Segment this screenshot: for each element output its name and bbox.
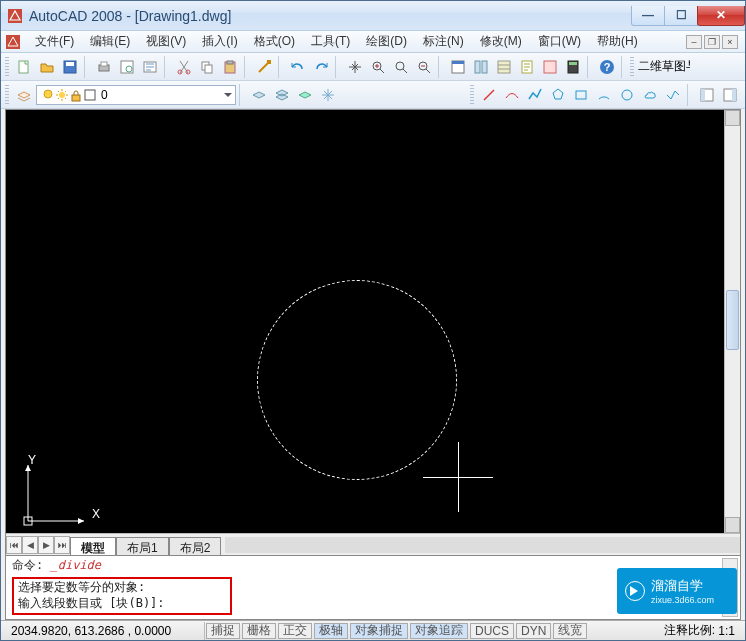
mdi-close-button[interactable]: × [722, 35, 738, 49]
polyline-button[interactable] [524, 84, 546, 106]
zoom-window-button[interactable] [390, 56, 412, 78]
menu-dimension[interactable]: 标注(N) [415, 31, 472, 52]
arc-button[interactable] [593, 84, 615, 106]
new-button[interactable] [13, 56, 35, 78]
plot-preview-button[interactable] [116, 56, 138, 78]
toggle-dyn[interactable]: DYN [516, 623, 551, 639]
toggle-otrack[interactable]: 对象追踪 [410, 623, 468, 639]
layer-previous-button[interactable] [248, 84, 270, 106]
document-icon [5, 34, 21, 50]
menu-tools[interactable]: 工具(T) [303, 31, 358, 52]
layer-freeze-button[interactable] [317, 84, 339, 106]
svg-rect-15 [227, 61, 233, 64]
menu-modify[interactable]: 修改(M) [472, 31, 530, 52]
toggle-grid[interactable]: 栅格 [242, 623, 276, 639]
redo-button[interactable] [310, 56, 332, 78]
tab-last-button[interactable]: ⏭ [54, 536, 70, 554]
svg-rect-22 [475, 61, 480, 73]
menu-edit[interactable]: 编辑(E) [82, 31, 138, 52]
svg-text:?: ? [604, 61, 611, 73]
svg-point-18 [396, 62, 404, 70]
prompt-segments: 输入线段数目或 [块(B)]: [18, 595, 226, 611]
circle-button[interactable] [616, 84, 638, 106]
open-button[interactable] [36, 56, 58, 78]
properties-button[interactable] [447, 56, 469, 78]
maximize-button[interactable]: ☐ [664, 6, 698, 26]
tab-model[interactable]: 模型 [70, 537, 116, 555]
paste-button[interactable] [219, 56, 241, 78]
scroll-down-button[interactable] [725, 517, 740, 533]
watermark-brand: 溜溜自学 [651, 577, 714, 595]
cut-button[interactable] [173, 56, 195, 78]
menu-file[interactable]: 文件(F) [27, 31, 82, 52]
pan-button[interactable] [344, 56, 366, 78]
calculator-button[interactable] [562, 56, 584, 78]
menu-format[interactable]: 格式(O) [246, 31, 303, 52]
construction-line-button[interactable] [501, 84, 523, 106]
svg-rect-38 [701, 89, 705, 101]
copy-button[interactable] [196, 56, 218, 78]
spline-button[interactable] [662, 84, 684, 106]
toggle-ducs[interactable]: DUCS [470, 623, 514, 639]
layer-states-button[interactable] [271, 84, 293, 106]
publish-button[interactable] [139, 56, 161, 78]
block-palette-button[interactable] [696, 84, 718, 106]
tab-first-button[interactable]: ⏮ [6, 536, 22, 554]
svg-rect-4 [66, 62, 74, 66]
drawing-canvas[interactable]: X Y [6, 110, 740, 555]
toggle-palette-button[interactable] [719, 84, 741, 106]
svg-rect-6 [101, 62, 107, 66]
zoom-previous-button[interactable] [413, 56, 435, 78]
undo-button[interactable] [287, 56, 309, 78]
toolbar-grip[interactable] [5, 57, 9, 77]
toggle-ortho[interactable]: 正交 [278, 623, 312, 639]
toggle-snap[interactable]: 捕捉 [206, 623, 240, 639]
line-tool-button[interactable] [478, 84, 500, 106]
toggle-osnap[interactable]: 对象捕捉 [350, 623, 408, 639]
menu-insert[interactable]: 插入(I) [194, 31, 245, 52]
svg-point-11 [186, 70, 190, 74]
crosshair-cursor [423, 442, 493, 512]
menu-window[interactable]: 窗口(W) [530, 31, 589, 52]
help-button[interactable]: ? [596, 56, 618, 78]
zoom-realtime-button[interactable] [367, 56, 389, 78]
horizontal-scrollbar[interactable] [225, 537, 740, 553]
layer-isolate-button[interactable] [294, 84, 316, 106]
svg-point-36 [622, 90, 632, 100]
toolbar-grip[interactable] [630, 57, 634, 77]
save-button[interactable] [59, 56, 81, 78]
drawing-area: X Y ⏮ ◀ ▶ ⏭ 模型 布局1 布局2 [5, 109, 741, 556]
close-button[interactable]: ✕ [697, 6, 745, 26]
svg-rect-35 [576, 91, 586, 99]
scroll-up-button[interactable] [725, 110, 740, 126]
markup-button[interactable] [539, 56, 561, 78]
watermark-badge: 溜溜自学 zixue.3d66.com [617, 568, 737, 614]
toggle-polar[interactable]: 极轴 [314, 623, 348, 639]
design-center-button[interactable] [470, 56, 492, 78]
rectangle-button[interactable] [570, 84, 592, 106]
layer-properties-button[interactable] [13, 84, 35, 106]
minimize-button[interactable]: — [631, 6, 665, 26]
print-button[interactable] [93, 56, 115, 78]
tab-prev-button[interactable]: ◀ [22, 536, 38, 554]
layer-dropdown[interactable]: 0 [36, 85, 236, 105]
vertical-scrollbar[interactable] [724, 110, 740, 533]
polygon-button[interactable] [547, 84, 569, 106]
toggle-lwt[interactable]: 线宽 [553, 623, 587, 639]
sheet-set-button[interactable] [516, 56, 538, 78]
match-properties-button[interactable] [253, 56, 275, 78]
menu-draw[interactable]: 绘图(D) [358, 31, 415, 52]
toolbar-grip[interactable] [5, 85, 9, 105]
layer-name: 0 [101, 88, 108, 102]
mdi-minimize-button[interactable]: – [686, 35, 702, 49]
tab-layout1[interactable]: 布局1 [116, 537, 169, 555]
tab-layout2[interactable]: 布局2 [169, 537, 222, 555]
revision-cloud-button[interactable] [639, 84, 661, 106]
menu-help[interactable]: 帮助(H) [589, 31, 646, 52]
toolbar-grip[interactable] [470, 85, 474, 105]
tab-next-button[interactable]: ▶ [38, 536, 54, 554]
mdi-restore-button[interactable]: ❐ [704, 35, 720, 49]
scroll-thumb[interactable] [726, 290, 739, 350]
tool-palettes-button[interactable] [493, 56, 515, 78]
menu-view[interactable]: 视图(V) [138, 31, 194, 52]
